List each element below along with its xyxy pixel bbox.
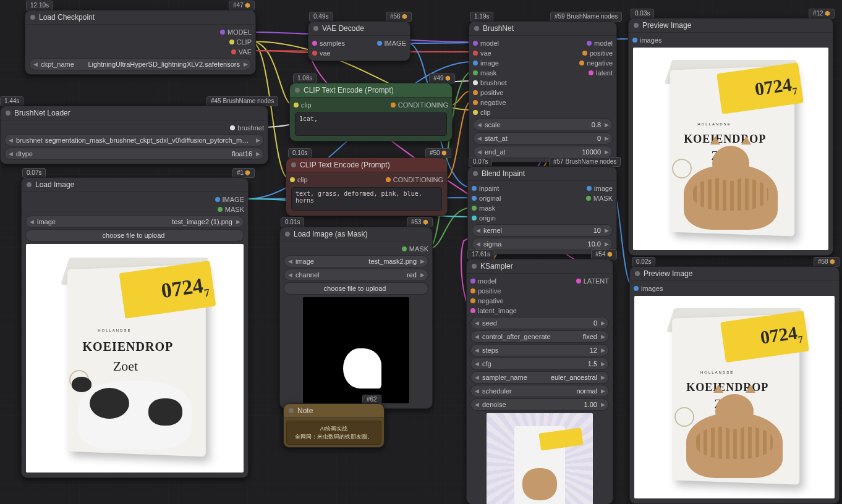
end-at-widget[interactable]: ◀end_at10000▶ (473, 146, 613, 158)
denoise-widget[interactable]: ◀denoise1.00▶ (470, 398, 609, 411)
node-title[interactable]: Note (284, 404, 384, 418)
scale-widget[interactable]: ◀scale0.8▶ (473, 119, 613, 131)
output-clip[interactable]: CLIP (237, 38, 252, 46)
output-latent[interactable]: LATENT (584, 277, 609, 285)
node-time: 1.19s (470, 12, 493, 22)
node-blend-inpaint[interactable]: Blend Inpaint inpaintimage originalMASK … (467, 166, 617, 254)
ckpt-name-widget[interactable]: ◀ckpt_nameLightningUltraHyperSD_lightnin… (29, 58, 252, 70)
node-brushnet[interactable]: BrushNet modelmodel vaepositive imageneg… (469, 21, 617, 162)
node-preview-2[interactable]: Preview Image images 07247 HOLLANDSE KOE… (629, 266, 840, 504)
node-time: 1.08s (293, 74, 317, 83)
node-id: #58⬢ (814, 257, 840, 267)
prompt-textarea[interactable]: text, grass, deformed, pink, blue, horns (291, 187, 442, 211)
node-vae-decode[interactable]: VAE Decode samplesIMAGE vae (308, 21, 410, 61)
node-title[interactable]: Preview Image (629, 19, 833, 33)
start-at-widget[interactable]: ◀start_at0▶ (473, 132, 613, 145)
node-title[interactable]: Load Image (as Mask) (280, 227, 432, 242)
steps-widget[interactable]: ◀steps12▶ (470, 344, 609, 356)
input-images[interactable]: images (640, 36, 661, 44)
node-time: 0.49s (309, 12, 333, 22)
node-time: 0.07s (469, 157, 492, 167)
node-time: 1.44s (0, 96, 23, 106)
scheduler-widget[interactable]: ◀schedulernormal▶ (470, 385, 609, 397)
control-widget[interactable]: ◀control_after_generatefixed▶ (470, 330, 609, 343)
note-content: AI绘画实战全网同：米虫数码的铁朋友圈。 (286, 421, 381, 445)
node-title[interactable]: VAE Decode (308, 22, 410, 36)
node-id: #53⬢ (407, 217, 433, 227)
node-time: 0.03s (631, 9, 654, 19)
node-note[interactable]: Note AI绘画实战全网同：米虫数码的铁朋友圈。 (283, 403, 385, 448)
node-id: #50⬢ (425, 148, 451, 158)
node-id: #12⬢ (809, 9, 835, 19)
node-title[interactable]: Load Checkpoint (25, 10, 255, 25)
output-vae[interactable]: VAE (239, 48, 252, 56)
node-time: 17.61s (467, 250, 495, 259)
brushnet-widget[interactable]: ◀brushnetsegmentation_mask_brushnet_ckpt… (4, 134, 264, 146)
node-brushnet-loader[interactable]: BrushNet Loader brushnet ◀brushnetsegmen… (0, 106, 268, 164)
image-preview: 07247 HOLLANDSE KOEIENDROP Zoet (634, 296, 835, 498)
node-title[interactable]: KSampler (467, 259, 613, 274)
image-preview: 07247 HOLLANDSE KOEIENDROP Zoet (26, 244, 244, 472)
image-widget[interactable]: ◀imagetest_image2 (1).png▶ (25, 216, 244, 228)
channel-widget[interactable]: ◀channelred▶ (284, 269, 428, 281)
node-id: #56⬢ (386, 12, 412, 22)
input-clip[interactable]: clip (297, 176, 308, 183)
node-id: #49⬢ (429, 74, 455, 83)
node-title[interactable]: Blend Inpaint (468, 167, 616, 181)
node-ksampler[interactable]: KSampler modelLATENT positive negative l… (466, 259, 613, 504)
input-images[interactable]: images (641, 285, 663, 292)
output-image[interactable]: IMAGE (385, 40, 406, 47)
dtype-widget[interactable]: ◀dtypefloat16▶ (4, 148, 264, 160)
node-time: 0.02s (632, 257, 655, 267)
image-preview: 07247 HOLLANDSE KOEIENDROP Zoet (633, 48, 828, 250)
node-title[interactable]: BrushNet Loader (1, 106, 268, 120)
node-title[interactable]: CLIP Text Encode (Prompt) (286, 158, 447, 172)
input-vae[interactable]: vae (320, 49, 331, 57)
node-title[interactable]: CLIP Text Encode (Prompt) (290, 83, 452, 98)
output-image[interactable]: IMAGE (223, 196, 244, 203)
next-icon[interactable]: ▶ (242, 61, 249, 67)
input-clip[interactable]: clip (301, 101, 312, 109)
prompt-textarea[interactable]: 1cat, (295, 112, 447, 136)
output-brushnet[interactable]: brushnet (237, 124, 264, 132)
node-time: 0.10s (288, 148, 312, 158)
node-id: #54⬢ (591, 250, 617, 259)
node-title[interactable]: BrushNet (469, 22, 616, 36)
node-clip-negative[interactable]: CLIP Text Encode (Prompt) clipCONDITIONI… (286, 158, 448, 216)
output-mask[interactable]: MASK (225, 206, 244, 213)
node-id: #45 BrushName nodes (206, 96, 278, 106)
prev-icon[interactable]: ◀ (32, 61, 38, 67)
node-time: 12.10s (26, 1, 53, 10)
node-load-mask[interactable]: Load Image (as Mask) MASK ◀imagetest_mas… (279, 227, 433, 409)
node-id: #57 BrushName nodes (549, 157, 621, 167)
latent-preview (487, 413, 593, 504)
input-samples[interactable]: samples (320, 40, 345, 47)
node-id: #47⬢ (229, 1, 255, 10)
seed-widget[interactable]: ◀seed0▶ (470, 317, 609, 329)
node-title[interactable]: Load Image (22, 178, 248, 192)
image-widget[interactable]: ◀imagetest_mask2.png▶ (284, 255, 428, 267)
upload-button[interactable]: choose file to upload (284, 282, 428, 295)
sampler-widget[interactable]: ◀sampler_nameeuler_ancestral▶ (470, 371, 609, 384)
node-preview-1[interactable]: Preview Image images 07247 HOLLANDSE KOE… (628, 18, 833, 256)
node-time: 0.01s (281, 217, 304, 227)
node-clip-positive[interactable]: CLIP Text Encode (Prompt) clipCONDITIONI… (289, 83, 453, 141)
sigma-widget[interactable]: ◀sigma10.0▶ (472, 238, 613, 250)
node-id: #1⬢ (232, 168, 255, 178)
mask-preview (303, 297, 409, 403)
cfg-widget[interactable]: ◀cfg1.5▶ (470, 358, 609, 370)
output-model[interactable]: MODEL (228, 28, 252, 36)
upload-button[interactable]: choose file to upload (25, 229, 244, 242)
node-id: #59 BrushName nodes (550, 12, 622, 22)
output-conditioning[interactable]: CONDITIONING (398, 101, 448, 109)
node-load-checkpoint[interactable]: Load Checkpoint MODEL CLIP VAE ◀ckpt_nam… (25, 10, 256, 75)
kernel-widget[interactable]: ◀kernel10▶ (472, 224, 613, 237)
output-mask[interactable]: MASK (409, 245, 428, 253)
node-load-image[interactable]: Load Image IMAGE MASK ◀imagetest_image2 … (21, 177, 249, 478)
node-time: 0.07s (22, 168, 46, 178)
node-title[interactable]: Preview Image (630, 267, 839, 281)
output-conditioning[interactable]: CONDITIONING (393, 176, 443, 183)
